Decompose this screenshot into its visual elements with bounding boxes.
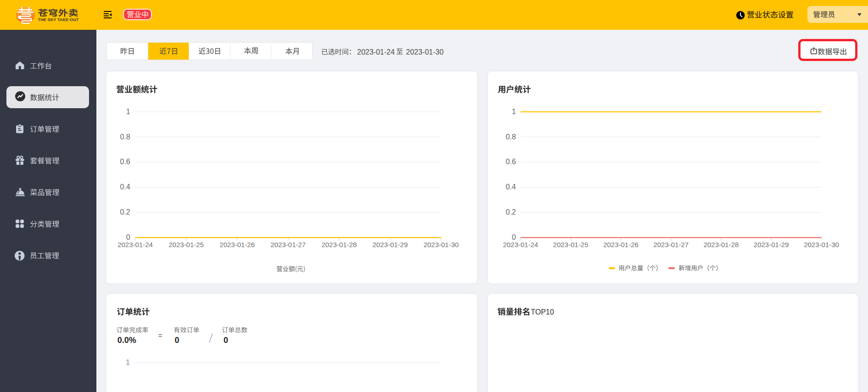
svg-text:0.2: 0.2 <box>120 208 130 216</box>
svg-text:1: 1 <box>126 359 130 366</box>
svg-text:2023-01-25: 2023-01-25 <box>553 241 588 248</box>
svg-text:0.4: 0.4 <box>506 183 516 191</box>
svg-text:0.2: 0.2 <box>506 208 516 216</box>
svg-text:2023-01-27: 2023-01-27 <box>270 241 306 248</box>
svg-text:2023-01-30: 2023-01-30 <box>424 241 459 248</box>
svg-text:2023-01-26: 2023-01-26 <box>219 241 255 248</box>
svg-text:2023-01-27: 2023-01-27 <box>653 241 689 248</box>
svg-text:2023-01-28: 2023-01-28 <box>321 241 357 248</box>
svg-text:2023-01-26: 2023-01-26 <box>603 241 638 248</box>
svg-text:0.8: 0.8 <box>120 133 130 140</box>
svg-text:2023-01-29: 2023-01-29 <box>754 241 789 248</box>
svg-text:2023-01-28: 2023-01-28 <box>704 241 739 248</box>
svg-text:0: 0 <box>512 233 516 241</box>
svg-text:2023-01-30: 2023-01-30 <box>804 241 839 248</box>
svg-text:2023-01-24: 2023-01-24 <box>503 241 538 248</box>
svg-text:1: 1 <box>512 107 516 115</box>
svg-text:0: 0 <box>126 233 130 241</box>
svg-text:1: 1 <box>126 107 130 115</box>
svg-text:0.6: 0.6 <box>120 158 130 166</box>
svg-text:0.8: 0.8 <box>506 133 516 140</box>
svg-text:0.6: 0.6 <box>506 158 516 166</box>
svg-text:0.4: 0.4 <box>120 183 130 191</box>
svg-text:2023-01-25: 2023-01-25 <box>168 241 204 248</box>
svg-text:2023-01-29: 2023-01-29 <box>373 241 408 248</box>
svg-text:2023-01-24: 2023-01-24 <box>118 241 153 248</box>
